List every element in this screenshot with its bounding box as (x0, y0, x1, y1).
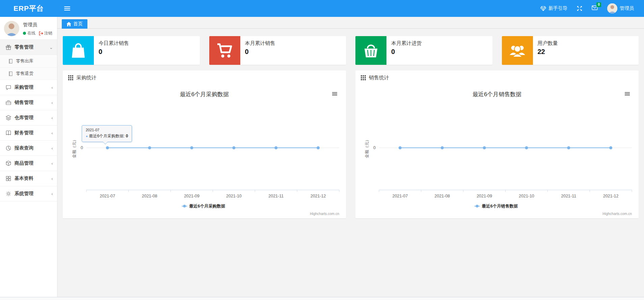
sidebar-user-panel: 管理员 在线 注销 (0, 17, 57, 39)
stat-value: 0 (391, 48, 422, 56)
chevron-left-icon: ‹ (51, 146, 53, 151)
stat-value: 22 (538, 48, 558, 56)
sidebar-item-basic-data[interactable]: 基本资料 ‹ (0, 171, 57, 186)
pie-chart-icon (5, 145, 11, 151)
stat-value: 0 (99, 48, 129, 56)
stat-label: 用户数量 (538, 40, 558, 47)
data-point (567, 146, 570, 149)
th-grid-icon (68, 75, 73, 80)
sales-chart: 最近6个月销售数据2021-072021-082021-092021-10202… (355, 85, 639, 218)
sidebar-subitem-label: 零售出库 (16, 58, 33, 64)
user-menu[interactable]: 管理员 (607, 3, 634, 13)
file-icon (8, 71, 13, 76)
sidebar-item-purchase[interactable]: 采购管理 ‹ (0, 80, 57, 95)
data-point (399, 146, 402, 149)
data-point (441, 146, 444, 149)
logout-link[interactable]: 注销 (39, 30, 52, 36)
line-chart-svg: 最近6个月采购数据2021-072021-082021-092021-10202… (63, 85, 346, 218)
gift-icon (5, 44, 11, 50)
purchase-stats-panel: 采购统计 最近6个月采购数据2021-072021-082021-092021-… (63, 71, 346, 218)
sidebar: 管理员 在线 注销 零售管理 (0, 17, 57, 300)
sidebar-item-reports[interactable]: 报表查询 ‹ (0, 141, 57, 156)
x-axis-label: 2021-07 (100, 194, 115, 198)
sidebar-item-retail-out[interactable]: 零售出库 (0, 55, 57, 67)
top-navbar: ERP平台 新手引导 0 (0, 0, 644, 17)
legend-item[interactable]: 最近6个月销售数据 (475, 204, 518, 209)
stat-card-month-purchase: 本月累计进货 0 (355, 36, 492, 65)
purchase-chart: 最近6个月采购数据2021-072021-082021-092021-10202… (63, 85, 346, 218)
sidebar-item-sales[interactable]: 销售管理 ‹ (0, 95, 57, 110)
stat-label: 本月累计进货 (391, 40, 422, 47)
x-axis-label: 2021-11 (561, 194, 576, 198)
x-axis-label: 2021-07 (392, 194, 408, 198)
online-status-label: 在线 (27, 30, 35, 36)
sidebar-item-label: 零售管理 (15, 44, 49, 50)
data-point (190, 146, 193, 149)
x-axis-label: 2021-10 (519, 194, 534, 198)
chevron-left-icon: ‹ (51, 100, 53, 105)
tooltip-arrow (103, 142, 108, 144)
y-axis-title: 金额（元） (72, 138, 77, 158)
sidebar-subitem-label: 零售退货 (16, 71, 33, 77)
fullscreen-icon (577, 6, 582, 11)
chart-title: 最近6个月销售数据 (473, 91, 521, 98)
panel-title: 采购统计 (76, 75, 97, 81)
stat-cards-row: 今日累计销售 0 本月累计销售 0 (63, 36, 639, 65)
briefcase-icon (5, 100, 11, 106)
shopping-bag-icon (71, 43, 86, 59)
mail-badge: 0 (596, 2, 601, 7)
messages-button[interactable]: 0 (592, 5, 598, 11)
app-brand: ERP平台 (0, 4, 57, 13)
chevron-left-icon: ‹ (51, 191, 53, 196)
chart-tooltip: 2021-07 ● 最近6个月采购数据: 0 (82, 125, 132, 142)
layers-icon (5, 115, 11, 121)
guide-button[interactable]: 新手引导 (540, 5, 567, 11)
grid-icon (5, 175, 11, 182)
gem-icon (540, 6, 546, 11)
cart-icon (217, 43, 233, 58)
x-axis-label: 2021-12 (603, 194, 619, 198)
main-content: 首页 今日累计销售 0 (57, 17, 644, 297)
tooltip-series-label: 最近6个月采购数据: (89, 134, 126, 138)
user-name: 管理员 (620, 5, 634, 11)
th-grid-icon (361, 75, 366, 80)
chevron-left-icon: ‹ (51, 115, 53, 120)
sidebar-item-goods[interactable]: 商品管理 ‹ (0, 156, 57, 171)
line-chart-svg: 最近6个月销售数据2021-072021-082021-092021-10202… (355, 85, 639, 218)
legend-label: 最近6个月销售数据 (482, 204, 518, 209)
stat-value: 0 (245, 48, 275, 56)
book-icon (5, 130, 11, 136)
home-icon (66, 22, 71, 26)
chart-title: 最近6个月采购数据 (180, 91, 229, 98)
data-point (232, 146, 235, 149)
footer (0, 297, 644, 300)
stat-card-month-sales: 本月累计销售 0 (209, 36, 346, 65)
sidebar-item-retail[interactable]: 零售管理 ⌄ (0, 40, 57, 55)
fullscreen-button[interactable] (577, 6, 582, 11)
legend-item[interactable]: 最近6个月采购数据 (182, 204, 225, 209)
stat-label: 本月累计销售 (245, 40, 275, 47)
chart-context-menu-button[interactable] (623, 90, 631, 98)
breadcrumb: 首页 (57, 17, 644, 29)
data-point (317, 146, 320, 149)
sidebar-item-system[interactable]: 系统管理 ‹ (0, 186, 57, 201)
sidebar-item-finance[interactable]: 财务管理 ‹ (0, 126, 57, 141)
sidebar-item-warehouse[interactable]: 仓库管理 ‹ (0, 110, 57, 126)
panel-title: 销售统计 (369, 75, 389, 81)
tooltip-category: 2021-07 (86, 128, 128, 132)
data-point (106, 146, 109, 149)
chart-credits: Highcharts.com.cn (310, 212, 339, 216)
sidebar-item-retail-return[interactable]: 零售退货 (0, 67, 57, 80)
chevron-left-icon: ‹ (51, 161, 53, 166)
sidebar-user-avatar (4, 21, 19, 36)
chart-context-menu-button[interactable] (331, 90, 339, 98)
x-axis-label: 2021-09 (477, 194, 492, 198)
x-axis-label: 2021-09 (184, 194, 199, 198)
stat-label: 今日累计销售 (99, 40, 129, 47)
tooltip-value: 0 (126, 134, 128, 138)
sidebar-menu: 零售管理 ⌄ 零售出库 零售退货 采购管理 ‹ (0, 39, 57, 201)
tab-home[interactable]: 首页 (62, 19, 87, 29)
sidebar-toggle-button[interactable] (61, 2, 74, 15)
y-axis-tick: 0 (373, 145, 376, 150)
chevron-left-icon: ‹ (51, 131, 53, 136)
